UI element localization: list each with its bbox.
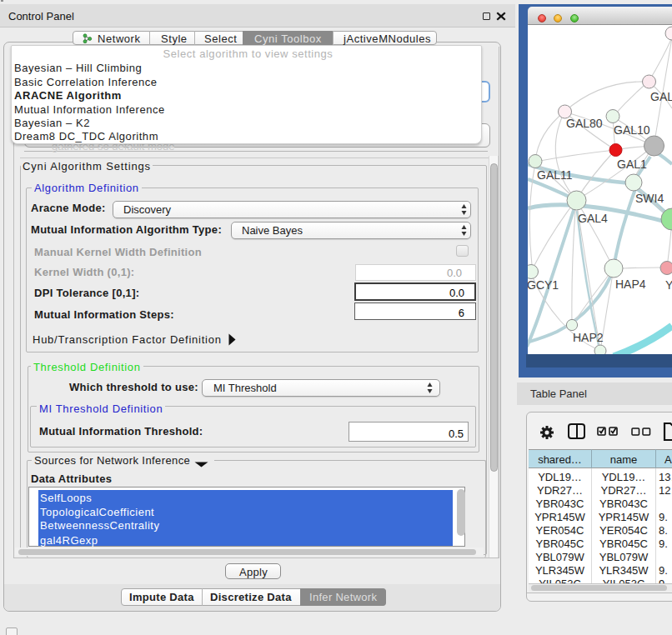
svg-text:Y: Y xyxy=(665,278,672,292)
svg-text:GAL1: GAL1 xyxy=(617,158,647,171)
svg-text:GAL4: GAL4 xyxy=(578,212,608,225)
svg-text:GAL80: GAL80 xyxy=(566,117,603,130)
svg-text:GAL10: GAL10 xyxy=(614,123,650,137)
svg-text:HAP4: HAP4 xyxy=(615,278,646,291)
svg-text:GCY1: GCY1 xyxy=(528,278,559,292)
svg-text:HAP2: HAP2 xyxy=(573,331,604,344)
svg-text:GAL11: GAL11 xyxy=(537,168,573,182)
svg-text:SWI4: SWI4 xyxy=(635,192,664,205)
svg-text:GAL7: GAL7 xyxy=(650,90,672,103)
